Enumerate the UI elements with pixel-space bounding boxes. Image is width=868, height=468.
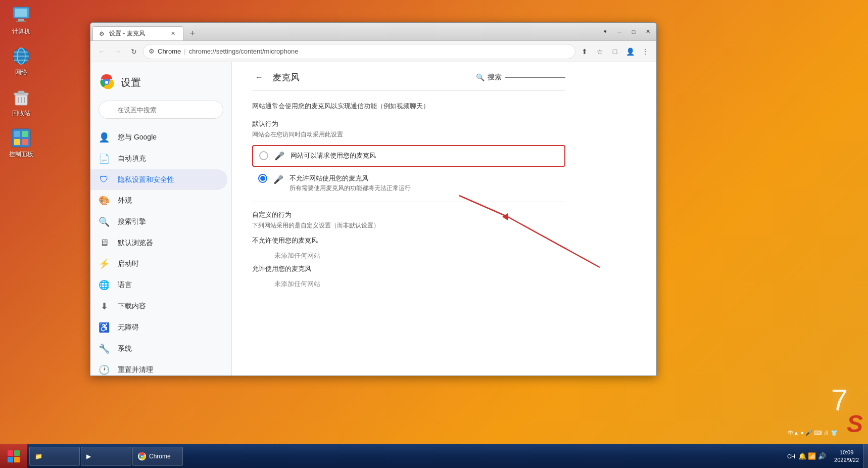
taskbar-folder-button[interactable]: 📁 [29, 447, 80, 466]
tab-title: 设置 - 麦克风 [109, 29, 145, 38]
close-button[interactable]: ✕ [641, 27, 654, 37]
option-allow-request[interactable]: 🎤 网站可以请求使用您的麦克风 [252, 145, 565, 167]
sidebar-item-system[interactable]: 🔧 系统 [90, 338, 227, 359]
option2-sub: 所有需要使用麦克风的功能都将无法正常运行 [290, 184, 411, 193]
panel-back-button[interactable]: ← [252, 70, 266, 84]
taskbar-clock: 10:09 2022/9/22 [830, 449, 863, 463]
search-engine-icon: 🔍 [99, 216, 110, 227]
maximize-button[interactable]: □ [627, 27, 640, 37]
option-block-deny[interactable]: 🎤 不允许网站使用您的麦克风 所有需要使用麦克风的功能都将无法正常运行 [252, 169, 565, 198]
watermark-s: S [847, 410, 863, 438]
sidebar-item-label: 搜索引擎 [118, 217, 146, 226]
svg-rect-26 [8, 450, 13, 456]
tab-bar: ⚙ 设置 - 麦克风 ✕ + [92, 23, 599, 40]
media-icon: ▶ [86, 453, 91, 460]
refresh-button[interactable]: ↻ [127, 44, 141, 59]
autofill-icon: 📄 [99, 153, 110, 164]
sidebar-item-search[interactable]: 🔍 搜索引擎 [90, 211, 227, 232]
panel-search-area: 🔍 搜索 [476, 73, 565, 82]
divider [252, 202, 565, 202]
browser-icon: 🖥 [99, 238, 110, 248]
show-desktop-button[interactable] [863, 444, 868, 469]
sidebar-item-language[interactable]: 🌐 语言 [90, 274, 227, 296]
start-button[interactable] [0, 444, 27, 469]
ch-label: CH [787, 453, 795, 459]
settings-search-area: 🔍 [90, 101, 231, 127]
allow-empty-label: 未添加任何网站 [252, 275, 565, 293]
allow-section-label: 允许使用您的麦克风 [252, 264, 565, 273]
settings-search-input[interactable] [99, 101, 223, 119]
desktop-icon-computer[interactable]: 计算机 [5, 5, 37, 36]
mic-icon-option1: 🎤 [274, 151, 284, 161]
sidebar-item-label: 自动填充 [118, 154, 146, 163]
google-icon: 👤 [99, 132, 110, 143]
svg-rect-2 [18, 19, 24, 21]
sidebar-item-autofill[interactable]: 📄 自动填充 [90, 148, 227, 169]
settings-logo: 设置 [90, 70, 231, 101]
mic-blocked-icon: 🎤 [273, 175, 283, 184]
settings-content: ← 麦克风 🔍 搜索 网站通常会使用您的麦克风以实现通信功能（例如视频聊天） 默… [232, 62, 656, 376]
dropdown-button[interactable]: ▾ [599, 27, 612, 37]
url-brand: Chrome [158, 48, 181, 55]
forward-button[interactable]: → [111, 44, 125, 59]
svg-rect-17 [22, 131, 28, 137]
sidebar-item-browser[interactable]: 🖥 默认浏览器 [90, 232, 227, 253]
radio-allow-request[interactable] [259, 151, 268, 160]
windows-logo-icon [7, 449, 21, 463]
desktop-icon-network[interactable]: 网络 [5, 46, 37, 77]
nav-actions: ⬆ ☆ □ 👤 ⋮ [577, 44, 652, 59]
appearance-icon: 🎨 [99, 195, 110, 206]
panel-title: 麦克风 [272, 71, 300, 83]
clock-time: 10:09 [834, 449, 859, 456]
taskbar-chrome-button[interactable]: Chrome [132, 447, 183, 466]
active-tab[interactable]: ⚙ 设置 - 麦克风 ✕ [92, 26, 183, 40]
window-controls: ▾ ─ □ ✕ [599, 27, 654, 37]
chrome-taskbar-label: Chrome [149, 453, 171, 460]
extensions-button[interactable]: □ [608, 44, 622, 59]
svg-rect-19 [22, 139, 28, 145]
option2-texts: 不允许网站使用您的麦克风 所有需要使用麦克风的功能都将无法正常运行 [290, 174, 411, 193]
svg-rect-1 [15, 9, 27, 17]
minimize-button[interactable]: ─ [613, 27, 626, 37]
desktop-icon-recycle[interactable]: 回收站 [5, 87, 37, 118]
svg-rect-3 [16, 21, 26, 22]
settings-sidebar: 设置 🔍 👤 您与 Google 📄 自动填充 [90, 62, 232, 376]
sidebar-item-reset[interactable]: 🕐 重置并清理 [90, 359, 227, 376]
folder-icon: 📁 [35, 453, 42, 460]
control-label: 控制面板 [9, 150, 33, 159]
sidebar-item-label: 隐私设置和安全性 [118, 175, 174, 184]
sidebar-item-label: 系统 [118, 344, 132, 353]
option2-title: 不允许网站使用您的麦克风 [290, 174, 411, 183]
chrome-logo-icon [99, 74, 115, 90]
desktop-icon-control[interactable]: 控制面板 [5, 128, 37, 159]
share-button[interactable]: ⬆ [577, 44, 592, 59]
profile-button[interactable]: 👤 [623, 44, 637, 59]
sidebar-item-privacy[interactable]: 🛡 隐私设置和安全性 [90, 169, 227, 190]
sidebar-item-label: 您与 Google [118, 133, 157, 142]
svg-rect-16 [14, 131, 20, 137]
menu-button[interactable]: ⋮ [638, 44, 652, 59]
sidebar-item-startup[interactable]: ⚡ 启动时 [90, 253, 227, 274]
back-button[interactable]: ← [94, 44, 109, 59]
downloads-icon: ⬇ [99, 301, 110, 312]
svg-point-22 [105, 81, 108, 84]
sidebar-item-google[interactable]: 👤 您与 Google [90, 127, 227, 148]
address-bar[interactable]: ⚙ Chrome | chrome://settings/content/mic… [143, 44, 575, 59]
desktop-icons: 计算机 网络 回收站 控制面板 [5, 5, 37, 159]
new-tab-button[interactable]: + [185, 26, 200, 40]
sidebar-item-downloads[interactable]: ⬇ 下载内容 [90, 296, 227, 317]
privacy-icon: 🛡 [99, 174, 110, 185]
secure-icon: ⚙ [149, 48, 155, 55]
taskbar-media-button[interactable]: ▶ [81, 447, 131, 466]
system-icon: 🔧 [99, 343, 110, 354]
tab-close-button[interactable]: ✕ [169, 30, 177, 38]
option1-label: 网站可以请求使用您的麦克风 [291, 151, 376, 160]
bookmark-button[interactable]: ☆ [593, 44, 607, 59]
radio-deny[interactable] [258, 174, 267, 183]
reset-icon: 🕐 [99, 364, 110, 376]
sidebar-item-appearance[interactable]: 🎨 外观 [90, 190, 227, 211]
sidebar-item-label: 下载内容 [118, 302, 146, 311]
sidebar-item-accessibility[interactable]: ♿ 无障碍 [90, 317, 227, 338]
svg-rect-27 [14, 450, 20, 456]
block-section-label: 不允许使用您的麦克风 [252, 236, 565, 245]
